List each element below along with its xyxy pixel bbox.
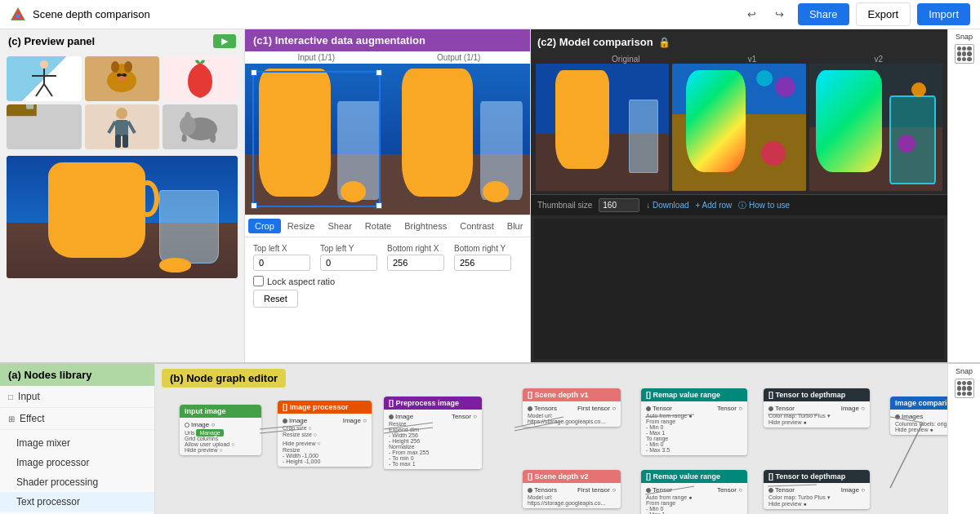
node-shader-processing[interactable]: Shader processing xyxy=(0,472,154,492)
import-button[interactable]: Import xyxy=(917,3,970,25)
node-tensor-to-depthmap-1[interactable]: [] Tensor to depthmap Tensor Image ○ Col… xyxy=(764,388,870,428)
how-to-use-link[interactable]: ⓘ How to use xyxy=(738,200,790,211)
col-header-v2: v2 xyxy=(816,55,941,64)
aug-output-image xyxy=(388,64,531,215)
app-logo xyxy=(10,7,26,23)
node-remap-value-range-2[interactable]: [] Remap value range Tensor Tensor ○ Aut… xyxy=(641,470,747,514)
svg-rect-19 xyxy=(122,135,128,148)
snap-label-bottom: Snap xyxy=(956,367,973,375)
aug-input-image xyxy=(245,64,388,215)
tab-resize[interactable]: Resize xyxy=(281,219,322,233)
model-img-v2 xyxy=(809,64,942,191)
aug-input-bottom-right-x[interactable] xyxy=(387,255,444,271)
svg-point-9 xyxy=(111,61,119,73)
aug-input-bottom-right-y[interactable] xyxy=(454,255,511,271)
snap-label-top: Snap xyxy=(956,33,973,41)
node-input-image[interactable]: Input image Image ○ Urls Manage Grid col… xyxy=(180,405,261,455)
snap-panel-bottom: Snap xyxy=(947,364,980,514)
svg-line-17 xyxy=(128,122,135,133)
svg-rect-18 xyxy=(115,135,121,148)
svg-point-14 xyxy=(116,108,127,119)
svg-point-1 xyxy=(16,14,20,18)
snap-grid-top[interactable] xyxy=(955,44,974,64)
tab-brightness[interactable]: Brightness xyxy=(398,219,453,233)
tab-shear[interactable]: Shear xyxy=(321,219,358,233)
aug-output-label: Output (1/1) xyxy=(388,51,531,64)
svg-rect-15 xyxy=(115,120,128,136)
redo-button[interactable]: ↪ xyxy=(768,3,791,26)
thumbnail-strawberry[interactable] xyxy=(163,56,238,101)
svg-line-6 xyxy=(44,84,52,96)
model-img-v1 xyxy=(672,64,805,191)
node-remap-value-range-1[interactable]: [] Remap value range Tensor Tensor ○ Aut… xyxy=(641,388,747,455)
category-input-label: Input xyxy=(18,391,40,402)
thumbnail-kettle[interactable] xyxy=(7,104,82,149)
model-bottom-image xyxy=(534,219,944,359)
download-link[interactable]: ↓ Download xyxy=(646,201,688,210)
aug-field-top-left-y: Top left Y xyxy=(320,244,377,271)
node-scene-depth-v1[interactable]: [] Scene depth v1 Tensors First tensor ○… xyxy=(523,388,621,427)
svg-point-2 xyxy=(40,60,48,69)
node-tensor-to-depthmap-2[interactable]: [] Tensor to depthmap Tensor Image ○ Col… xyxy=(764,470,870,509)
node-text-processor[interactable]: Text processor xyxy=(0,492,154,512)
aug-input-top-left-y[interactable] xyxy=(320,255,377,271)
aug-input-label: Input (1/1) xyxy=(245,51,388,64)
thumbnail-dog[interactable] xyxy=(85,56,160,101)
thumbnail-size-input[interactable] xyxy=(599,198,639,212)
thumbnail-yoga[interactable] xyxy=(7,56,82,101)
augmentation-panel: (c1) Interactive data augmentation Input… xyxy=(245,29,531,362)
add-row-link[interactable]: + Add row xyxy=(696,201,733,210)
category-effect-label: Effect xyxy=(20,413,44,424)
aug-input-top-left-x[interactable] xyxy=(253,255,310,271)
node-image-processor[interactable]: [] Image processor Image Image ○ Crop si… xyxy=(278,401,372,467)
model-images-row-1 xyxy=(531,64,947,194)
thumbnail-elephant[interactable] xyxy=(163,104,238,149)
thumbnail-person[interactable] xyxy=(85,104,160,149)
svg-marker-0 xyxy=(11,7,25,20)
node-preprocess-image[interactable]: [] Preprocess image Image Tensor ○ Resiz… xyxy=(384,397,482,469)
aug-field-top-left-x-label: Top left X xyxy=(253,244,310,253)
node-image-mixer[interactable]: Image mixer xyxy=(0,433,154,453)
lock-aspect-checkbox-label: Lock aspect ratio xyxy=(253,276,522,286)
node-graph-title: (b) Node graph editor xyxy=(162,369,286,388)
aug-field-top-left-x: Top left X xyxy=(253,244,310,271)
export-button[interactable]: Export xyxy=(856,2,911,26)
node-scene-depth-v2[interactable]: [] Scene depth v2 Tensors First tensor ○… xyxy=(523,470,621,508)
preview-play-button[interactable]: ▶ xyxy=(213,34,236,48)
category-effect[interactable]: ⊞ Effect xyxy=(0,408,154,430)
tab-crop[interactable]: Crop xyxy=(248,219,281,233)
tab-rotate[interactable]: Rotate xyxy=(359,219,398,233)
category-input[interactable]: □ Input xyxy=(0,386,154,408)
preview-panel: (c) Preview panel ▶ xyxy=(0,29,245,362)
aug-field-bottom-right-x: Bottom right X xyxy=(387,244,444,271)
model-img-original xyxy=(536,64,669,191)
svg-point-10 xyxy=(124,61,132,73)
node-image-comparison[interactable]: Image comparison Images Preview Columns … xyxy=(890,397,947,435)
aug-field-top-left-y-label: Top left Y xyxy=(320,244,377,253)
col-header-v1: v1 xyxy=(690,55,815,64)
augmentation-panel-title: (c1) Interactive data augmentation xyxy=(253,34,425,47)
node-image-processor[interactable]: Image processor xyxy=(0,453,154,472)
lock-aspect-label: Lock aspect ratio xyxy=(267,277,335,286)
svg-line-16 xyxy=(109,122,115,133)
lock-aspect-checkbox[interactable] xyxy=(253,276,264,286)
effect-icon: ⊞ xyxy=(8,414,15,423)
col-header-original: Original xyxy=(564,55,688,64)
snap-panel-top: Snap xyxy=(947,29,980,362)
reset-button[interactable]: Reset xyxy=(253,290,298,308)
model-comparison-panel: (c2) Model comparison 🔒 Original v1 v2 xyxy=(531,29,947,362)
model-comparison-title: (c2) Model comparison xyxy=(537,33,653,51)
nodes-library-title: (a) Nodes library xyxy=(0,364,154,386)
snap-grid-bottom[interactable] xyxy=(955,379,974,398)
tab-contrast[interactable]: Contrast xyxy=(453,219,501,233)
aug-input-container: Input (1/1) xyxy=(245,51,388,215)
undo-button[interactable]: ↩ xyxy=(741,3,764,26)
effect-nodes-list: Image mixer Image processor Shader proce… xyxy=(0,430,154,514)
tab-blur[interactable]: Blur xyxy=(501,219,530,233)
augmentation-panel-header: (c1) Interactive data augmentation xyxy=(245,29,530,51)
bottom-area: (a) Nodes library □ Input ⊞ Effect Image… xyxy=(0,364,980,514)
preview-panel-title: (c) Preview panel xyxy=(8,35,95,47)
lock-icon: 🔒 xyxy=(658,37,670,48)
share-button[interactable]: Share xyxy=(798,3,849,25)
model-controls-bar: Thumbnail size ↓ Download + Add row ⓘ Ho… xyxy=(531,194,947,215)
